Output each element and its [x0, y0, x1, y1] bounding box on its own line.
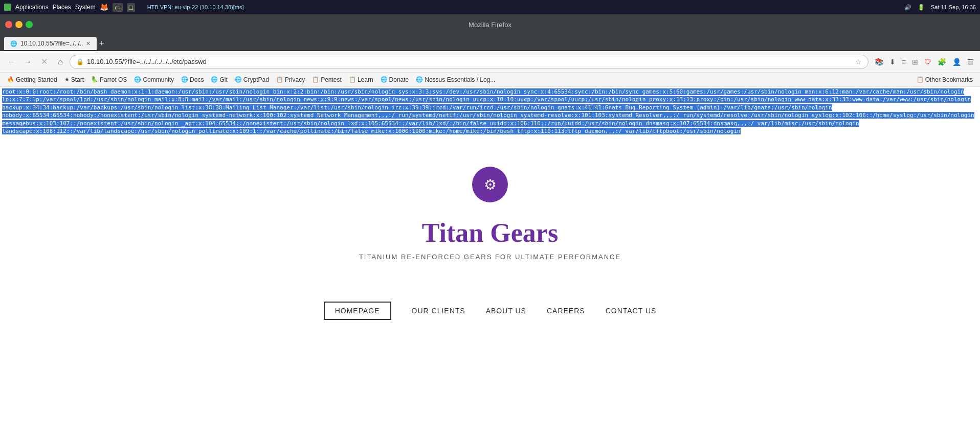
forward-button[interactable]: → [20, 55, 35, 69]
new-tab-button[interactable]: + [99, 37, 104, 50]
donate-label: Donate [389, 76, 409, 83]
nav-careers[interactable]: CAREERS [547, 303, 585, 319]
active-tab[interactable]: 🌐 10.10.10.55/?file=../../.. ✕ [4, 37, 97, 50]
datetime-display: Sat 11 Sep, 16:36 [931, 4, 976, 10]
screen-icon: □ [127, 3, 135, 12]
synced-tabs-icon[interactable]: ≡ [900, 57, 908, 67]
ublock-icon[interactable]: 🛡 [922, 57, 933, 67]
privacy-icon: 📋 [276, 76, 283, 83]
docs-label: Docs [190, 76, 204, 83]
os-bar: Applications Places System 🦊 ▭ □ HTB VPN… [0, 0, 980, 14]
volume-icon: 🔊 [904, 4, 911, 11]
getting-started-icon: 🔥 [7, 76, 14, 83]
url-text: 10.10.10.55/?file=../../../../../../etc/… [87, 58, 852, 65]
window-chrome: Mozilla Firefox [0, 14, 980, 35]
bookmark-donate[interactable]: 🌐 Donate [377, 75, 412, 84]
git-icon: 🌐 [211, 76, 218, 83]
containers-icon[interactable]: ⊞ [910, 57, 920, 67]
tab-label: 10.10.10.55/?file=../../.. [20, 40, 83, 47]
learn-icon: 📋 [349, 76, 356, 83]
nav-our-clients[interactable]: OUR CLIENTS [412, 303, 465, 319]
main-nav: HOMEPAGE OUR CLIENTS ABOUT US CAREERS CO… [324, 302, 657, 320]
bookmark-getting-started[interactable]: 🔥 Getting Started [4, 75, 60, 84]
bookmark-privacy[interactable]: 📋 Privacy [273, 75, 308, 84]
window-controls [5, 21, 33, 28]
nessus-label: Nessus Essentials / Log... [425, 76, 495, 83]
bookmarks-bar: 🔥 Getting Started ★ Start 🦜 Parrot OS 🌐 … [0, 73, 980, 87]
nav-homepage[interactable]: HOMEPAGE [324, 302, 391, 320]
downloads-icon[interactable]: ⬇ [887, 57, 898, 67]
cryptpad-icon: 🌐 [235, 76, 242, 83]
community-icon: 🌐 [134, 76, 141, 83]
start-label: Start [71, 76, 84, 83]
other-bookmarks-label: Other Bookmarks [925, 76, 973, 83]
bookmark-parrot-os[interactable]: 🦜 Parrot OS [88, 75, 130, 84]
git-label: Git [219, 76, 227, 83]
os-bar-right: 🔊 🔋 Sat 11 Sep, 16:36 [904, 4, 976, 11]
tab-close-button[interactable]: ✕ [86, 40, 91, 47]
back-button[interactable]: ← [4, 55, 18, 69]
gear-circle: ⚙ [472, 167, 508, 202]
bookmark-community[interactable]: 🌐 Community [131, 75, 177, 84]
bookmark-other[interactable]: 📋 Other Bookmarks [914, 75, 976, 84]
learn-label: Learn [358, 76, 373, 83]
bookmark-learn[interactable]: 📋 Learn [346, 75, 376, 84]
app-icon [4, 4, 11, 11]
bookmark-git[interactable]: 🌐 Git [208, 75, 230, 84]
reload-button[interactable]: ✕ [37, 55, 51, 69]
nav-bar: ← → ✕ ⌂ 🔒 10.10.10.55/?file=../../../../… [0, 51, 980, 73]
bookmark-star-icon[interactable]: ☆ [855, 58, 862, 66]
passwd-content: root:x:0:0:root:/root:/bin/bash daemon:x… [2, 88, 974, 134]
donate-icon: 🌐 [381, 76, 388, 83]
site-title: Titan Gears [422, 218, 558, 248]
firefoxaccount-icon[interactable]: 👤 [950, 57, 963, 67]
bookmark-start[interactable]: ★ Start [61, 75, 87, 84]
pentest-label: Pentest [321, 76, 342, 83]
close-button[interactable] [5, 21, 12, 28]
other-bookmarks-icon: 📋 [917, 76, 924, 83]
firefox-icon: 🦊 [100, 3, 108, 11]
window-title: Mozilla Firefox [469, 21, 511, 29]
tab-bar: 🌐 10.10.10.55/?file=../../.. ✕ + [0, 35, 980, 51]
file-content-area: root:x:0:0:root:/root:/bin/bash daemon:x… [0, 87, 980, 136]
bookmark-pentest[interactable]: 📋 Pentest [309, 75, 345, 84]
home-button[interactable]: ⌂ [53, 55, 68, 69]
bookmark-cryptpad[interactable]: 🌐 CryptPad [232, 75, 272, 84]
getting-started-label: Getting Started [16, 76, 57, 83]
battery-icon: 🔋 [918, 4, 925, 11]
url-bar[interactable]: 🔒 10.10.10.55/?file=../../../../../../et… [70, 55, 868, 69]
tab-favicon: 🌐 [10, 40, 17, 47]
parrot-os-label: Parrot OS [100, 76, 127, 83]
community-label: Community [143, 76, 174, 83]
places-menu[interactable]: Places [53, 4, 71, 11]
start-icon: ★ [64, 76, 70, 83]
vpn-info: HTB VPN: eu-vip-22 (10.10.14.38)[ms] [147, 4, 244, 10]
nav-contact-us[interactable]: CONTACT US [606, 303, 657, 319]
nav-about-us[interactable]: ABOUT US [486, 303, 526, 319]
os-bar-left: Applications Places System 🦊 ▭ □ HTB VPN… [4, 3, 900, 12]
menu-icon[interactable]: ☰ [965, 57, 976, 67]
gear-icon: ⚙ [484, 176, 497, 193]
docs-icon: 🌐 [181, 76, 188, 83]
site-subtitle: TITANIUM RE-ENFORCED GEARS FOR ULTIMATE … [359, 253, 621, 261]
nav-icons: 📚 ⬇ ≡ ⊞ 🛡 🧩 👤 ☰ [873, 57, 976, 67]
bookmark-docs[interactable]: 🌐 Docs [178, 75, 207, 84]
privacy-label: Privacy [285, 76, 305, 83]
bookmarks-icon[interactable]: 📚 [873, 57, 885, 67]
extensions-icon[interactable]: 🧩 [936, 57, 948, 67]
system-menu[interactable]: System [75, 4, 96, 11]
terminal-icon: ▭ [113, 3, 123, 12]
cryptpad-label: CryptPad [243, 76, 269, 83]
applications-menu[interactable]: Applications [15, 4, 49, 11]
security-icon: 🔒 [76, 58, 84, 65]
minimize-button[interactable] [15, 21, 23, 28]
maximize-button[interactable] [26, 21, 33, 28]
parrot-os-icon: 🦜 [91, 76, 98, 83]
pentest-icon: 📋 [312, 76, 319, 83]
webpage-area: ⚙ Titan Gears TITANIUM RE-ENFORCED GEARS… [0, 136, 980, 361]
nessus-icon: 🌐 [416, 76, 423, 83]
bookmark-nessus[interactable]: 🌐 Nessus Essentials / Log... [413, 75, 498, 84]
